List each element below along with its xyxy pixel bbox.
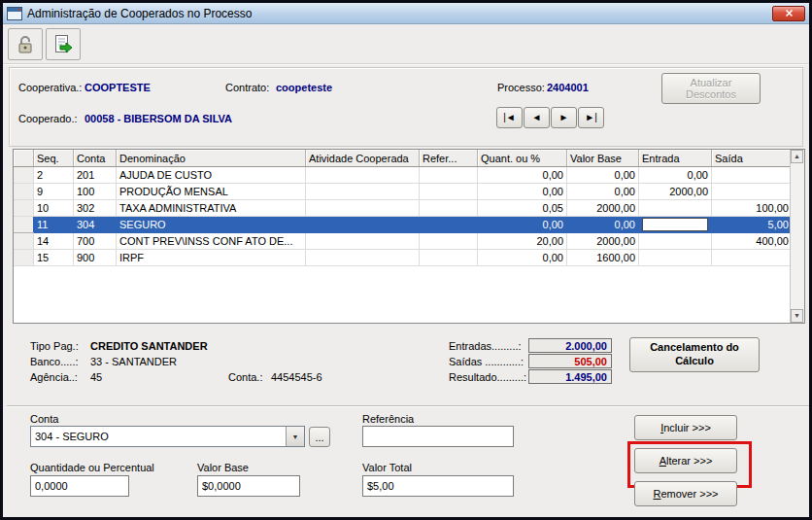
alterar-label: Alterar >>>	[641, 455, 730, 467]
grid-cell[interactable]: 0,00	[478, 184, 567, 200]
grid-column-header[interactable]: Entrada	[639, 150, 712, 167]
grid-row[interactable]: 10302TAXA ADMINISTRATIVA0,052000,00100,0…	[14, 200, 793, 217]
grid-column-header[interactable]: Valor Base	[567, 150, 639, 167]
chevron-down-icon[interactable]: ▼	[286, 427, 304, 446]
grid-vertical-scrollbar[interactable]: ▲ ▼	[790, 150, 804, 323]
grid-column-header[interactable]: Quant. ou %	[478, 150, 567, 167]
grid-cell[interactable]: 0,00	[639, 167, 712, 184]
grid-cell[interactable]	[420, 167, 478, 184]
grid-column-header[interactable]: Denominação	[117, 150, 306, 167]
grid-column-header[interactable]: Conta	[74, 150, 117, 167]
grid-cell[interactable]: 20,00	[478, 233, 567, 250]
valor-total-input[interactable]	[362, 475, 514, 497]
grid-cell[interactable]: 10	[34, 200, 74, 217]
referencia-input[interactable]	[362, 426, 514, 447]
inplace-editor[interactable]	[642, 218, 708, 231]
grid-cell[interactable]	[639, 250, 712, 266]
grid-cell[interactable]	[306, 200, 420, 217]
grid-cell[interactable]	[639, 200, 712, 217]
grid-cell[interactable]: AJUDA DE CUSTO	[117, 167, 306, 184]
grid-column-header[interactable]: Saída	[712, 150, 793, 167]
grid-cell[interactable]: 11	[34, 217, 74, 233]
grid-cell[interactable]	[420, 184, 478, 200]
grid-cell[interactable]	[306, 233, 420, 250]
grid-cell[interactable]: 1600,00	[567, 250, 639, 266]
alterar-button[interactable]: Alterar >>>	[634, 448, 737, 473]
grid-cell[interactable]: TAXA ADMINISTRATIVA	[117, 200, 306, 217]
grid-cell[interactable]: 302	[74, 200, 117, 217]
grid-cell[interactable]: 0,00	[478, 167, 567, 184]
grid-cell[interactable]	[306, 167, 420, 184]
grid-cell[interactable]: 0,00	[567, 217, 639, 233]
grid-column-header[interactable]: Seq.	[34, 150, 74, 167]
grid-cell[interactable]	[420, 217, 478, 233]
grid-cell[interactable]	[306, 250, 420, 266]
grid-cell[interactable]: 0,00	[567, 184, 639, 200]
grid-cell[interactable]: 0,05	[478, 200, 567, 217]
cancelamento-calculo-button[interactable]: Cancelamento do Cálculo	[629, 337, 760, 372]
grid-row[interactable]: 9100PRODUÇÃO MENSAL0,000,002000,00	[14, 184, 793, 200]
grid-cell[interactable]	[639, 217, 712, 233]
referencia-label: Referência	[362, 413, 414, 425]
valor-total-label: Valor Total	[362, 462, 412, 473]
remover-button[interactable]: Remover >>>	[634, 481, 737, 506]
nav-last-button[interactable]: ►|	[578, 107, 604, 128]
grid-cell[interactable]: 100	[74, 184, 117, 200]
scroll-down-button[interactable]: ▼	[791, 309, 803, 323]
grid-cell[interactable]: 9	[34, 184, 74, 200]
incluir-button[interactable]: Incluir >>>	[634, 415, 737, 440]
nav-next-button[interactable]: ►	[551, 107, 577, 128]
grid-cell[interactable]: 2	[34, 167, 74, 184]
grid-cell[interactable]	[420, 200, 478, 217]
grid-cell[interactable]	[306, 217, 420, 233]
grid-cell[interactable]	[712, 167, 793, 184]
conta-combobox[interactable]: 304 - SEGURO ▼	[30, 426, 305, 447]
grid-cell[interactable]: 0,00	[478, 250, 567, 266]
grid-cell[interactable]	[712, 184, 793, 200]
grid-cell[interactable]: 201	[74, 167, 117, 184]
scroll-up-button[interactable]: ▲	[791, 150, 803, 163]
grid-cell[interactable]: 15	[34, 250, 74, 266]
grid-cell[interactable]: 100,00	[712, 200, 793, 217]
close-button[interactable]	[772, 6, 805, 21]
grid-cell[interactable]: 5,00	[712, 217, 793, 233]
grid-row-selected[interactable]: 11304SEGURO0,000,005,00	[14, 217, 793, 233]
grid-cell[interactable]: 2000,00	[567, 233, 639, 250]
grid-header-row: Seq.ContaDenominaçãoAtividade CooperadaR…	[14, 150, 793, 167]
grid-cell[interactable]: PRODUÇÃO MENSAL	[117, 184, 306, 200]
nav-last-icon: ►|	[585, 112, 597, 122]
grid-row[interactable]: 15900IRPF0,001600,00	[14, 250, 793, 266]
nav-first-button[interactable]: |◄	[496, 107, 523, 128]
grid-cell[interactable]	[712, 250, 793, 266]
page-green-arrow-icon	[52, 34, 74, 55]
browse-conta-button[interactable]: ...	[309, 427, 330, 447]
grid-column-header[interactable]: Atividade Cooperada	[306, 150, 420, 167]
quantidade-input[interactable]	[30, 475, 129, 497]
grid-cell[interactable]: 304	[74, 217, 117, 233]
grid-cell[interactable]	[420, 250, 478, 266]
grid-cell[interactable]: 400,00	[712, 233, 793, 250]
grid-cell[interactable]	[639, 233, 712, 250]
grid-cell[interactable]	[306, 184, 420, 200]
nav-prev-button[interactable]: ◄	[524, 107, 550, 128]
conta-combobox-value: 304 - SEGURO	[31, 431, 286, 442]
grid-cell[interactable]: 700	[74, 233, 117, 250]
grid-cell[interactable]: 0,00	[478, 217, 567, 233]
grid-cell[interactable]: IRPF	[117, 250, 306, 266]
grid-cell[interactable]: 900	[74, 250, 117, 266]
grid-column-header[interactable]: Refer...	[420, 150, 478, 167]
grid-cell[interactable]: 2000,00	[567, 200, 639, 217]
grid-row[interactable]: 2201AJUDA DE CUSTO0,000,000,00	[14, 167, 793, 184]
unlock-button[interactable]	[8, 28, 43, 60]
grid-cell[interactable]: 0,00	[567, 167, 639, 184]
grid-cell[interactable]: CONT PREV\INSS CONF ATO DE...	[117, 233, 306, 250]
valor-base-input[interactable]	[197, 475, 300, 497]
exit-save-button[interactable]	[46, 28, 81, 60]
grid-cell[interactable]	[420, 233, 478, 250]
processo-label: Processo:	[497, 82, 545, 93]
atualizar-descontos-button[interactable]: Atualizar Descontos	[661, 73, 761, 104]
grid-cell[interactable]: 14	[34, 233, 74, 250]
grid-cell[interactable]: 2000,00	[639, 184, 712, 200]
grid-row[interactable]: 14700CONT PREV\INSS CONF ATO DE...20,002…	[14, 233, 793, 250]
grid-cell[interactable]: SEGURO	[117, 217, 306, 233]
